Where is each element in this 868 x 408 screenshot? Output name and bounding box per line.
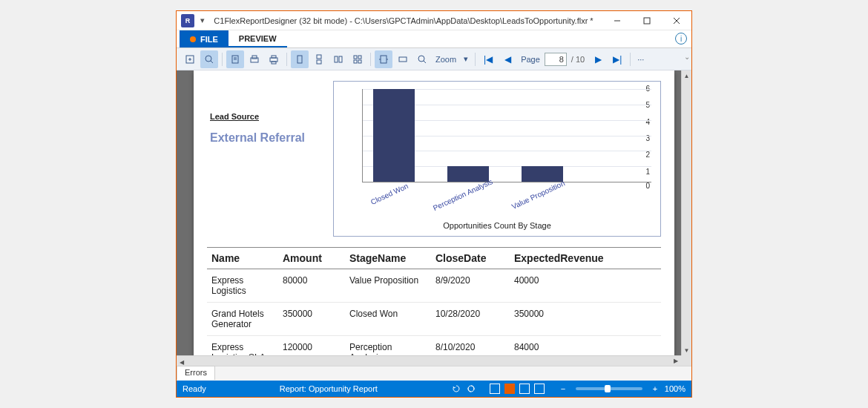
- refresh-icon[interactable]: [451, 384, 461, 394]
- zoom-label: Zoom: [435, 55, 456, 64]
- tab-preview[interactable]: PREVIEW: [228, 30, 287, 47]
- minimize-button[interactable]: [602, 11, 632, 30]
- collapse-ribbon-icon[interactable]: ⌄: [684, 53, 690, 61]
- svg-rect-15: [297, 56, 302, 63]
- col-amount: Amount: [278, 248, 345, 269]
- separator: [222, 53, 223, 66]
- single-page-icon[interactable]: [291, 50, 309, 68]
- thumbnails-icon[interactable]: [349, 50, 366, 68]
- titlebar: R ▾ C1FlexReportDesigner (32 bit mode) -…: [177, 11, 691, 30]
- lead-source-value: External Referral: [210, 131, 333, 145]
- status-ready: Ready: [183, 384, 206, 393]
- svg-rect-13: [272, 62, 276, 64]
- scroll-right-icon[interactable]: ▶: [671, 356, 681, 366]
- svg-rect-21: [358, 56, 361, 59]
- col-name: Name: [207, 248, 278, 269]
- data-table: Name Amount StageName CloseDate Expected…: [207, 247, 661, 366]
- facing-icon[interactable]: [329, 50, 347, 68]
- first-page-button[interactable]: |◀: [479, 50, 497, 68]
- refresh-all-icon[interactable]: [466, 384, 476, 394]
- zoom-out-button[interactable]: −: [558, 384, 568, 394]
- table-row: Grand Hotels Generator 350000 Closed Won…: [207, 303, 661, 336]
- svg-point-28: [418, 56, 424, 62]
- app-icon: R: [181, 14, 194, 27]
- search-icon[interactable]: [200, 50, 218, 68]
- continuous-icon[interactable]: [310, 50, 328, 68]
- ribbon-tabs: FILE PREVIEW i: [177, 30, 691, 48]
- scroll-down-icon[interactable]: ▼: [682, 345, 691, 355]
- svg-line-29: [424, 61, 426, 63]
- table-header-row: Name Amount StageName CloseDate Expected…: [207, 248, 661, 269]
- errors-bar: Errors: [177, 366, 691, 381]
- help-button[interactable]: i: [675, 33, 687, 45]
- printer-icon[interactable]: [265, 50, 283, 68]
- tab-preview-label: PREVIEW: [239, 34, 277, 43]
- svg-rect-20: [354, 56, 357, 59]
- preview-toolbar: Zoom ▾ |◀ ◀ Page / 10 ▶ ▶| ··· ⌄: [177, 48, 691, 70]
- errors-tab[interactable]: Errors: [177, 366, 215, 380]
- svg-rect-17: [317, 60, 321, 64]
- bar-perception-analysis: [447, 166, 489, 182]
- chart-container: 6 5 4 3 2 1 0: [333, 81, 661, 237]
- vertical-scrollbar[interactable]: ▲ ▼: [681, 70, 691, 355]
- col-stage: StageName: [345, 248, 431, 269]
- col-close: CloseDate: [431, 248, 510, 269]
- bar-closed-won: [373, 89, 415, 182]
- close-button[interactable]: [662, 11, 691, 30]
- separator: [630, 53, 631, 66]
- zoom-dropdown[interactable]: ▾: [464, 54, 468, 64]
- zoom-tool-icon[interactable]: [413, 50, 431, 68]
- document-viewer: Lead Source External Referral 6 5 4 3 2 …: [177, 70, 691, 366]
- next-page-button[interactable]: ▶: [589, 50, 607, 68]
- view-mode-4-icon[interactable]: [534, 384, 545, 394]
- svg-rect-24: [381, 56, 387, 63]
- separator: [475, 53, 476, 66]
- scroll-corner: [681, 355, 691, 366]
- window-title: C1FlexReportDesigner (32 bit mode) - C:\…: [205, 16, 602, 25]
- print-all-icon[interactable]: [246, 50, 263, 68]
- separator: [286, 53, 287, 66]
- svg-rect-14: [272, 56, 276, 58]
- status-bar: Ready Report: Opportunity Report − + 100…: [177, 381, 691, 397]
- tab-file-label: FILE: [200, 35, 218, 44]
- page-number-input[interactable]: [545, 53, 567, 66]
- page-label: Page: [521, 55, 540, 64]
- prev-page-button[interactable]: ◀: [499, 50, 516, 68]
- bar-value-proposition: [522, 166, 563, 182]
- chart-caption: Opportunities Count By Stage: [340, 221, 654, 230]
- tab-file[interactable]: FILE: [180, 30, 228, 47]
- view-mode-2-icon[interactable]: [504, 384, 515, 394]
- status-report-name: Report: Opportunity Report: [212, 384, 445, 393]
- zoom-in-button[interactable]: +: [650, 384, 660, 394]
- svg-rect-23: [358, 60, 361, 63]
- file-dot-icon: [190, 36, 196, 42]
- horizontal-scrollbar[interactable]: ◀ ▶: [177, 355, 681, 366]
- svg-point-5: [206, 56, 211, 62]
- report-page: Lead Source External Referral 6 5 4 3 2 …: [194, 70, 674, 366]
- svg-rect-18: [335, 56, 338, 62]
- fit-width-icon[interactable]: [375, 50, 392, 68]
- chart-plot: [362, 89, 651, 182]
- fit-page-icon[interactable]: [394, 50, 412, 68]
- view-mode-3-icon[interactable]: [519, 384, 530, 394]
- export-icon[interactable]: [181, 50, 199, 68]
- more-button[interactable]: ···: [637, 55, 644, 64]
- lead-source-label: Lead Source: [210, 112, 333, 121]
- svg-rect-1: [644, 18, 650, 24]
- col-rev: ExpectedRevenue: [510, 248, 661, 269]
- svg-rect-27: [399, 57, 407, 62]
- view-mode-1-icon[interactable]: [490, 384, 500, 394]
- maximize-button[interactable]: [632, 11, 662, 30]
- zoom-slider[interactable]: [576, 387, 642, 390]
- print-page-icon[interactable]: [226, 50, 244, 68]
- scroll-left-icon[interactable]: ◀: [177, 358, 187, 366]
- svg-rect-22: [354, 60, 357, 63]
- page-total: / 10: [571, 55, 585, 64]
- separator: [370, 53, 371, 66]
- scroll-up-icon[interactable]: ▲: [682, 70, 691, 81]
- zoom-percent: 100%: [665, 384, 685, 393]
- last-page-button[interactable]: ▶|: [608, 50, 626, 68]
- table-row: Express Logistics 80000 Value Propositio…: [207, 269, 661, 303]
- svg-rect-16: [317, 55, 321, 59]
- svg-line-6: [211, 61, 213, 63]
